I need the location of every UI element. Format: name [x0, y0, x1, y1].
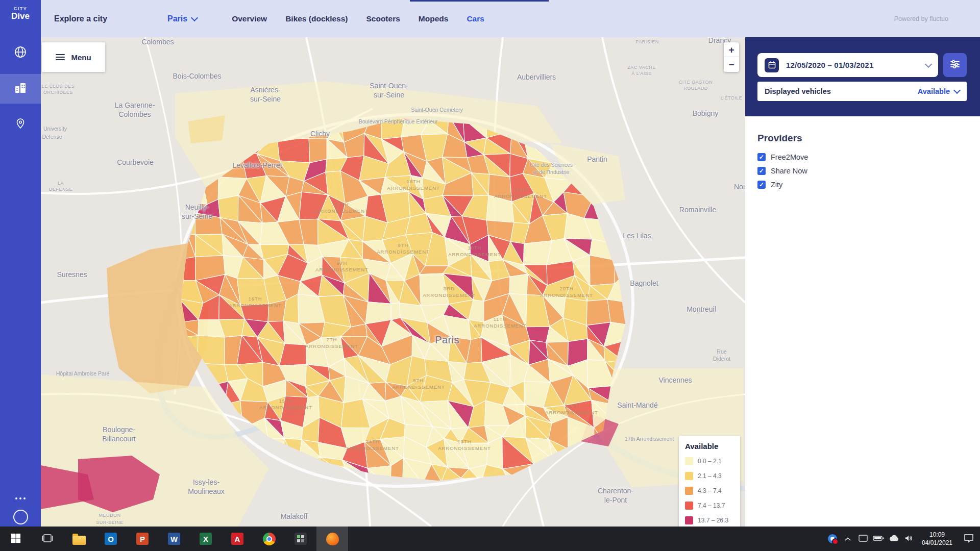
- provider-label: Zity: [771, 181, 782, 189]
- map-label: Colombes: [141, 38, 174, 47]
- active-app-button[interactable]: [316, 527, 348, 551]
- map-label: Issy-les- Moulineaux: [188, 478, 225, 496]
- date-range-picker[interactable]: 12/05/2020 – 01/03/2021: [757, 53, 938, 77]
- display-tray-button[interactable]: [855, 527, 871, 551]
- onedrive-tray-button[interactable]: [886, 527, 901, 551]
- map-label: Défense: [42, 134, 62, 141]
- speaker-icon: [904, 534, 914, 544]
- checkbox-checked-icon: [757, 167, 766, 175]
- file-explorer-button[interactable]: [63, 527, 95, 551]
- legend-swatch: [685, 502, 693, 510]
- map-label: Asnières- sur-Seine: [250, 86, 281, 104]
- show-hidden-icons-button[interactable]: [840, 527, 855, 551]
- chrome-button[interactable]: [253, 527, 285, 551]
- battery-tray-button[interactable]: [871, 527, 886, 551]
- filters-panel: 12/05/2020 – 01/03/2021 Displayed vehicl…: [745, 37, 980, 116]
- battery-icon: [873, 535, 884, 543]
- security-tray-button[interactable]: [825, 527, 840, 551]
- task-view-button[interactable]: [32, 527, 63, 551]
- chevron-down-icon: [953, 87, 961, 94]
- tab-scooters[interactable]: Scooters: [366, 14, 400, 23]
- map-label: SUR-SEINE: [96, 520, 124, 526]
- task-view-icon: [42, 533, 53, 545]
- action-center-icon: [964, 534, 974, 544]
- excel-button[interactable]: X: [190, 527, 222, 551]
- map-label: Saint-Ouen Cemetery: [411, 107, 463, 114]
- right-panel: 12/05/2020 – 01/03/2021 Displayed vehicl…: [745, 37, 980, 527]
- action-center-button[interactable]: [958, 527, 980, 551]
- sidebar-item-city[interactable]: [0, 74, 41, 104]
- map-label: 17TH ARRONDISSEMENT: [315, 202, 369, 215]
- map-label: Cité des Sciences et de l'Industrie: [530, 162, 573, 176]
- chevron-down-icon: [191, 14, 198, 21]
- legend-label: 7.4 – 13.7: [698, 502, 725, 509]
- chevron-down-icon: [925, 60, 932, 67]
- zoom-in-button[interactable]: +: [724, 42, 739, 57]
- map-label: 18TH ARRONDISSEMENT: [387, 179, 440, 192]
- location-pin-icon: [14, 117, 27, 132]
- map-label: Paris: [435, 334, 459, 346]
- word-icon: W: [168, 533, 180, 545]
- checkbox-checked-icon: [757, 153, 766, 161]
- outlook-button[interactable]: O: [95, 527, 127, 551]
- word-button[interactable]: W: [158, 527, 190, 551]
- shield-badge-icon: [828, 534, 837, 543]
- calendar-icon: [765, 58, 779, 72]
- map-label: Bois-Colombes: [173, 72, 222, 81]
- utility-app-icon: [295, 533, 307, 545]
- map-label: Bobigny: [693, 109, 719, 118]
- powerpoint-button[interactable]: P: [127, 527, 158, 551]
- sidebar-item-location[interactable]: [0, 110, 41, 139]
- user-avatar[interactable]: [13, 510, 28, 524]
- zoom-out-button[interactable]: −: [724, 57, 739, 72]
- taskbar-clock[interactable]: 10:09 04/01/2021: [917, 527, 958, 551]
- citydive-logo[interactable]: CITY Dive: [11, 6, 30, 21]
- tab-mopeds[interactable]: Mopeds: [419, 14, 449, 23]
- utility-app-button[interactable]: [285, 527, 316, 551]
- tab-overview[interactable]: Overview: [232, 14, 267, 23]
- legend-label: 13.7 – 26.3: [698, 517, 728, 524]
- volume-tray-button[interactable]: [901, 527, 917, 551]
- map-label: 11TH ARRONDISSEMENT: [474, 316, 527, 330]
- chevron-up-icon: [845, 535, 851, 543]
- sidebar-bottom: [13, 495, 28, 524]
- legend-label: 0.0 – 2.1: [698, 458, 722, 465]
- map-label: PARISIEN: [635, 39, 658, 45]
- legend-label: 2.1 – 4.3: [698, 472, 722, 480]
- map-label: 12TH ARRONDISSEMENT: [545, 403, 598, 416]
- city-selector[interactable]: Paris: [167, 14, 197, 23]
- provider-label: Free2Move: [771, 153, 808, 161]
- legend-row: 2.1 – 4.3: [685, 472, 734, 480]
- provider-checkbox-zity[interactable]: Zity: [757, 181, 968, 189]
- filter-button[interactable]: [943, 53, 967, 77]
- map-zoom-control: + −: [724, 42, 739, 72]
- chrome-icon: [263, 533, 276, 545]
- screen: CITY Dive: [0, 0, 980, 551]
- tab-bikes[interactable]: Bikes (dockless): [285, 14, 348, 23]
- map-label: Neuilly- sur-Seine: [182, 203, 212, 221]
- start-button[interactable]: [0, 527, 32, 551]
- tab-cars[interactable]: Cars: [467, 14, 484, 23]
- clock-time: 10:09: [929, 531, 945, 539]
- map-label: 9TH ARRONDISSEMENT: [377, 242, 430, 256]
- map-label: Levallois-Perret: [232, 161, 282, 170]
- map-label: Pantin: [587, 155, 607, 164]
- displayed-vehicles-selector[interactable]: Displayed vehicles Available: [757, 82, 967, 101]
- provider-checkbox-free2move[interactable]: Free2Move: [757, 153, 968, 161]
- map[interactable]: ColombesBois-ColombesAsnières- sur-Seine…: [41, 37, 745, 527]
- more-options-button[interactable]: [13, 495, 28, 502]
- cloud-icon: [888, 535, 899, 543]
- map-menu-button[interactable]: Menu: [42, 42, 105, 72]
- taskbar: O P W X A 10:09 04/01/2021: [0, 527, 980, 551]
- sidebar-item-globe[interactable]: [0, 38, 41, 68]
- provider-checkbox-sharenow[interactable]: Share Now: [757, 167, 968, 175]
- logo-dive-text: Dive: [11, 11, 30, 21]
- map-label: L'ÉTOILE: [721, 95, 743, 102]
- map-label: Vincennes: [658, 376, 692, 385]
- folder-icon: [72, 536, 86, 545]
- map-label: Montreuil: [687, 305, 716, 314]
- legend-swatch: [685, 516, 693, 524]
- acrobat-button[interactable]: A: [222, 527, 253, 551]
- map-label: Saint-Mandé: [617, 401, 657, 410]
- acrobat-icon: A: [231, 533, 243, 545]
